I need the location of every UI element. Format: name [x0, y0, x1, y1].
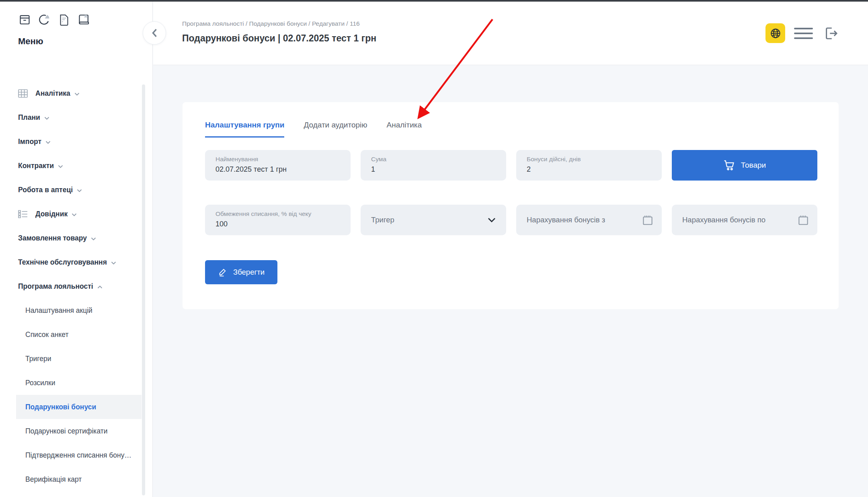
document-icon[interactable]	[57, 12, 70, 27]
chevron-down-icon	[77, 189, 82, 192]
page-header: Програма лояльності / Подарункові бонуси…	[153, 2, 868, 65]
sidebar-item-import[interactable]: Імпорт	[0, 129, 153, 154]
sidebar-item-label: Технічне обслуговування	[18, 258, 107, 267]
field-label: Найменування	[215, 155, 340, 163]
trigger-select[interactable]: Тригер	[361, 205, 506, 235]
chevron-down-icon	[74, 92, 80, 96]
field-value: 1	[371, 164, 496, 175]
sidebar-subitem-label: Тригери	[25, 355, 51, 363]
sidebar-item-label: Плани	[18, 113, 40, 122]
sidebar-subitem-card-verification[interactable]: Верифікація карт	[0, 467, 153, 491]
sidebar-item-loyalty-program[interactable]: Програма лояльності	[0, 274, 153, 298]
chevron-down-icon	[44, 117, 49, 120]
chevron-down-icon	[91, 237, 96, 240]
main-content: Повернутись до списку Налаштування групи…	[153, 66, 868, 497]
sidebar-collapse-button[interactable]	[143, 21, 166, 45]
sidebar: Меню Аналітика Плани Імпорт	[0, 2, 153, 497]
products-button[interactable]: Товари	[672, 150, 817, 181]
sidebar-item-label: Довідник	[35, 210, 68, 218]
sidebar-item-label: Аналітика	[35, 89, 70, 98]
hamburger-menu-button[interactable]	[794, 26, 813, 41]
grid-icon	[18, 89, 30, 98]
page-title: Подарункові бонуси | 02.07.2025 тест 1 г…	[182, 33, 376, 44]
sidebar-item-analytics[interactable]: Аналітика	[0, 81, 153, 105]
language-button[interactable]	[765, 23, 785, 43]
sidebar-top-icons	[18, 12, 90, 27]
sidebar-item-label: Замовлення товару	[18, 234, 87, 242]
logout-button[interactable]	[822, 25, 840, 42]
sidebar-subitem-label: Подарункові сертифікати	[25, 427, 108, 435]
header-actions	[765, 23, 840, 43]
calendar-icon[interactable]	[797, 214, 809, 226]
pencil-icon	[218, 267, 228, 277]
sidebar-item-goods-order[interactable]: Замовлення товару	[0, 226, 153, 250]
sidebar-nav: Аналітика Плани Імпорт Контракти Робота …	[0, 81, 153, 491]
field-label: Сума	[371, 155, 496, 163]
sidebar-item-maintenance[interactable]: Технічне обслуговування	[0, 250, 153, 274]
name-field[interactable]: Найменування 02.07.2025 тест 1 грн	[205, 150, 351, 181]
sidebar-subitem-gift-certificates[interactable]: Подарункові сертифікати	[0, 419, 153, 443]
field-label: Бонуси дійсні, днів	[527, 155, 651, 163]
sidebar-subitem-questionnaire-list[interactable]: Список анкет	[0, 322, 153, 347]
chevron-down-icon	[488, 218, 496, 222]
chevron-down-icon	[111, 261, 116, 265]
field-label: Обмеження списання, % від чеку	[215, 210, 340, 218]
sidebar-item-label: Програма лояльності	[18, 282, 93, 291]
top-border-strip	[0, 0, 868, 2]
chevron-left-icon	[151, 28, 158, 38]
form-card: Налаштування групи Додати аудиторію Анал…	[183, 102, 839, 309]
pie-chart-icon[interactable]	[38, 12, 51, 27]
field-value: 2	[527, 164, 651, 175]
logout-icon	[823, 25, 839, 42]
calendar-icon[interactable]	[642, 214, 654, 226]
list-icon	[18, 210, 30, 218]
sidebar-item-label: Імпорт	[18, 138, 41, 146]
sidebar-item-pharmacy-work[interactable]: Робота в аптеці	[0, 178, 153, 202]
menu-heading: Меню	[18, 36, 43, 47]
sidebar-subitem-label: Налаштування акцій	[25, 306, 92, 315]
field-label: Нарахування бонусів з	[527, 216, 605, 224]
sidebar-subitem-label: Список анкет	[25, 331, 69, 339]
chevron-down-icon	[72, 213, 77, 216]
archive-icon[interactable]	[18, 12, 31, 27]
sidebar-item-label: Робота в аптеці	[18, 186, 73, 194]
hamburger-icon	[794, 28, 813, 29]
tab-add-audience[interactable]: Додати аудиторію	[304, 121, 367, 138]
sidebar-subitem-label: Розсилки	[25, 379, 55, 387]
field-label: Тригер	[371, 216, 394, 224]
breadcrumb[interactable]: Програма лояльності / Подарункові бонуси…	[182, 20, 360, 27]
sidebar-item-directory[interactable]: Довідник	[0, 202, 153, 226]
field-value: 02.07.2025 тест 1 грн	[215, 164, 340, 175]
sidebar-subitem-label: Підтвердження списання бону…	[25, 451, 131, 460]
chevron-down-icon	[58, 165, 63, 168]
sidebar-subitem-promo-settings[interactable]: Налаштування акцій	[0, 298, 153, 322]
chevron-down-icon	[45, 141, 51, 144]
tabs: Налаштування групи Додати аудиторію Анал…	[205, 121, 422, 138]
sidebar-subitem-label: Верифікація карт	[25, 475, 82, 484]
tab-group-settings[interactable]: Налаштування групи	[205, 121, 284, 138]
sidebar-subitem-mailings[interactable]: Розсилки	[0, 371, 153, 395]
cart-icon	[723, 159, 735, 171]
sidebar-item-contracts[interactable]: Контракти	[0, 154, 153, 178]
sidebar-subitem-gift-bonuses[interactable]: Подарункові бонуси	[0, 395, 153, 419]
book-icon[interactable]	[77, 12, 90, 27]
sidebar-item-plans[interactable]: Плани	[0, 105, 153, 129]
sidebar-subitem-label: Подарункові бонуси	[25, 403, 96, 411]
sidebar-scrollbar[interactable]	[142, 84, 145, 495]
save-button[interactable]: Зберегти	[205, 260, 277, 284]
save-button-label: Зберегти	[233, 268, 265, 277]
bonus-valid-days-field[interactable]: Бонуси дійсні, днів 2	[516, 150, 662, 181]
accrual-to-date-field[interactable]: Нарахування бонусів по	[672, 205, 817, 235]
accrual-from-date-field[interactable]: Нарахування бонусів з	[516, 205, 662, 235]
field-label: Нарахування бонусів по	[682, 216, 765, 224]
tab-analytics[interactable]: Аналітика	[387, 121, 422, 138]
chevron-up-icon	[97, 285, 103, 289]
field-value: 100	[215, 219, 340, 229]
globe-icon	[770, 27, 782, 39]
writeoff-limit-field[interactable]: Обмеження списання, % від чеку 100	[205, 205, 351, 235]
products-button-label: Товари	[741, 161, 766, 170]
sidebar-subitem-triggers[interactable]: Тригери	[0, 347, 153, 371]
sidebar-subitem-bonus-writeoff-confirmation[interactable]: Підтвердження списання бону…	[0, 443, 153, 467]
sidebar-item-label: Контракти	[18, 162, 54, 170]
amount-field[interactable]: Сума 1	[361, 150, 506, 181]
